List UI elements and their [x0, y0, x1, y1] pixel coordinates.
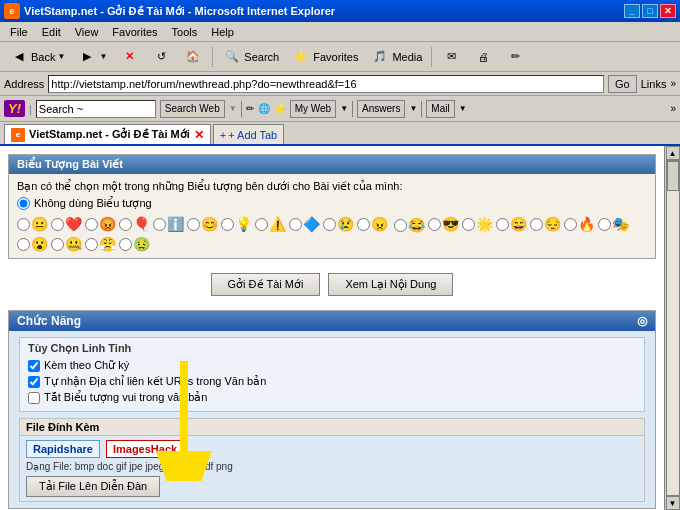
- emoji-radio-21[interactable]: [85, 238, 98, 251]
- forward-button[interactable]: ▶ ▼: [72, 45, 112, 69]
- emoji-radio-2[interactable]: [51, 218, 64, 231]
- bieu-tuong-desc: Bạn có thể chọn một trong những Biểu tượ…: [17, 180, 647, 193]
- emoji-radio-14[interactable]: [462, 218, 475, 231]
- scroll-thumb[interactable]: [667, 161, 679, 191]
- emoji-radio-17[interactable]: [564, 218, 577, 231]
- favorites-button[interactable]: ⭐ Favorites: [286, 45, 363, 69]
- home-button[interactable]: 🏠: [178, 45, 208, 69]
- no-icon-label: Không dùng Biểu tượng: [34, 197, 152, 210]
- answers-button[interactable]: Answers: [357, 100, 405, 118]
- go-button[interactable]: Go: [608, 75, 637, 93]
- emoji-radio-12[interactable]: [394, 219, 407, 232]
- emoji-radio-7[interactable]: [221, 218, 234, 231]
- chevron-right-icon: »: [670, 78, 676, 89]
- emoji-11: 😠: [371, 216, 388, 232]
- yahoo-search-input[interactable]: [36, 100, 156, 118]
- active-tab[interactable]: e VietStamp.net - Gởi Đề Tài Mới ✕: [4, 124, 211, 144]
- yahoo-toolbar-separator3: [352, 101, 353, 117]
- links-label: Links: [641, 78, 667, 90]
- emoji-radio-10[interactable]: [323, 218, 336, 231]
- emoji-radio-22[interactable]: [119, 238, 132, 251]
- menu-tools[interactable]: Tools: [166, 24, 204, 40]
- scroll-down-button[interactable]: ▼: [666, 496, 680, 510]
- print-button[interactable]: 🖨: [468, 45, 498, 69]
- upload-button[interactable]: Tải File Lên Diễn Đàn: [26, 476, 160, 497]
- sig-row: Kèm theo Chữ ký: [28, 359, 636, 372]
- tab-label: VietStamp.net - Gởi Đề Tài Mới: [29, 128, 190, 141]
- chucnang-content: Tùy Chọn Linh Tinh Kèm theo Chữ ký Tự nh…: [9, 331, 655, 508]
- emoji-13: 😎: [442, 216, 459, 232]
- emoji-radio-8[interactable]: [255, 218, 268, 231]
- emoji-20: 🤐: [65, 236, 82, 252]
- bieu-tuong-section: Biểu Tượng Bài Viết Bạn có thể chọn một …: [8, 154, 656, 259]
- emoji-18: 🎭: [612, 216, 629, 232]
- emoticon-label: Tắt Biểu tượng vui trong văn bản: [44, 391, 207, 404]
- emoji-radio-9[interactable]: [289, 218, 302, 231]
- emoji-radio-19[interactable]: [17, 238, 30, 251]
- main-container: Biểu Tượng Bài Viết Bạn có thể chọn một …: [0, 146, 680, 510]
- tab-close-icon[interactable]: ✕: [194, 128, 204, 142]
- emoji-radio-15[interactable]: [496, 218, 509, 231]
- edit-icon: ✏: [505, 47, 525, 67]
- menu-bar: File Edit View Favorites Tools Help: [0, 22, 680, 42]
- mail-button[interactable]: ✉: [436, 45, 466, 69]
- edit-button[interactable]: ✏: [500, 45, 530, 69]
- menu-help[interactable]: Help: [205, 24, 240, 40]
- emoji-10: 😢: [337, 216, 354, 232]
- emoji-radio-18[interactable]: [598, 218, 611, 231]
- stop-button[interactable]: ✕: [114, 45, 144, 69]
- collapse-icon[interactable]: ◎: [637, 314, 647, 328]
- browser-toolbar: ◀ Back ▼ ▶ ▼ ✕ ↺ 🏠 🔍 Search ⭐ Favorites …: [0, 42, 680, 72]
- no-icon-radio[interactable]: [17, 197, 30, 210]
- myweb-button[interactable]: My Web: [290, 100, 337, 118]
- emoji-radio-20[interactable]: [51, 238, 64, 251]
- menu-view[interactable]: View: [69, 24, 105, 40]
- filedk-types: Dạng File: bmp doc gif jpe jpeg jpg jog …: [26, 461, 638, 472]
- close-button[interactable]: ✕: [660, 4, 676, 18]
- toolbar-separator2: [431, 47, 432, 67]
- emoticon-checkbox[interactable]: [28, 392, 40, 404]
- maximize-button[interactable]: □: [642, 4, 658, 18]
- scroll-track[interactable]: [666, 160, 680, 496]
- submit-button[interactable]: Gởi Đề Tài Mới: [211, 273, 321, 296]
- stop-icon: ✕: [119, 47, 139, 67]
- bieu-tuong-content: Bạn có thể chọn một trong những Biểu tượ…: [9, 174, 655, 258]
- preview-button[interactable]: Xem Lại Nội Dung: [328, 273, 453, 296]
- window-title: VietStamp.net - Gởi Đề Tài Mới - Microso…: [24, 5, 335, 18]
- emoji-radio-13[interactable]: [428, 218, 441, 231]
- emoji-22: 🤢: [133, 236, 150, 252]
- search-toolbar-button[interactable]: 🔍 Search: [217, 45, 284, 69]
- emoji-radio-1[interactable]: [17, 218, 30, 231]
- emoji-radio-6[interactable]: [187, 218, 200, 231]
- tab-bar: e VietStamp.net - Gởi Đề Tài Mới ✕ + + A…: [0, 122, 680, 146]
- scroll-up-button[interactable]: ▲: [666, 146, 680, 160]
- yahoo-search-button[interactable]: Search Web: [160, 100, 225, 118]
- vertical-scrollbar[interactable]: ▲ ▼: [664, 146, 680, 510]
- window-controls[interactable]: _ □ ✕: [624, 4, 676, 18]
- menu-edit[interactable]: Edit: [36, 24, 67, 40]
- emoji-radio-16[interactable]: [530, 218, 543, 231]
- yahoo-toolbar: Y! | Search Web ▼ ✏ 🌐 ⭐ My Web ▼ Answers…: [0, 96, 680, 122]
- refresh-button[interactable]: ↺: [146, 45, 176, 69]
- menu-favorites[interactable]: Favorites: [106, 24, 163, 40]
- sig-label: Kèm theo Chữ ký: [44, 359, 129, 372]
- minimize-button[interactable]: _: [624, 4, 640, 18]
- addr-row: Tự nhận Địa chỉ liên kết URLs trong Văn …: [28, 375, 636, 388]
- favorites-icon: ⭐: [291, 47, 311, 67]
- menu-file[interactable]: File: [4, 24, 34, 40]
- sig-checkbox[interactable]: [28, 360, 40, 372]
- bieu-tuong-title: Biểu Tượng Bài Viết: [17, 158, 123, 171]
- addr-checkbox[interactable]: [28, 376, 40, 388]
- mail-yahoo-button[interactable]: Mail: [426, 100, 454, 118]
- emoji-radio-3[interactable]: [85, 218, 98, 231]
- back-button[interactable]: ◀ Back ▼: [4, 45, 70, 69]
- address-input[interactable]: [48, 75, 604, 93]
- emoji-radio-11[interactable]: [357, 218, 370, 231]
- tuychon-box: Tùy Chọn Linh Tinh Kèm theo Chữ ký Tự nh…: [19, 337, 645, 412]
- media-button[interactable]: 🎵 Media: [365, 45, 427, 69]
- emoji-radio-4[interactable]: [119, 218, 132, 231]
- mail-arrow: ▼: [459, 104, 467, 113]
- emoji-radio-5[interactable]: [153, 218, 166, 231]
- add-tab-button[interactable]: + + Add Tab: [213, 124, 284, 144]
- app-icon: e: [4, 3, 20, 19]
